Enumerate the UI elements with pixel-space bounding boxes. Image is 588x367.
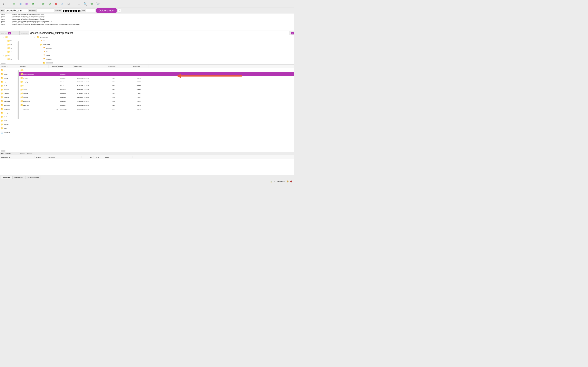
table-row[interactable]: 📁et-cacheDirectory11/05/2021 21:06:20075… [19,76,294,80]
list-item[interactable]: 📁Music [0,119,19,123]
remote-file-body[interactable]: 📁..📁plugins.deactivatedDirectory📁et-cach… [19,68,294,152]
toggle-queue-button[interactable]: ▦ [24,2,29,6]
table-row[interactable]: ▫index.php28PHP script01/08/2012 22:31:1… [19,107,294,111]
log-line: Status:Directory listing of "/geekto5k.c… [1,18,293,20]
tree-item[interactable]: ?cgi-bin [19,54,294,57]
table-row[interactable]: 📁plugins.deactivatedDirectory [19,72,294,76]
log-panel[interactable]: Status:Retrieving directory listing of "… [0,13,294,31]
tree-item[interactable]: 📁co [0,46,19,50]
tree-item[interactable]: ?.tmb [19,50,294,54]
tree-item[interactable]: 📁Vo [0,39,19,43]
local-tree[interactable]: ›📁📁Vo📁bin📁co📁de›📁etc📁ho [0,35,19,65]
toggle-local-tree-button[interactable]: ▥ [18,2,22,6]
remote-tree[interactable]: ⌄📁geekto5k.com?logs⌄📁public_html?.quaran… [19,35,294,65]
lock-icon[interactable]: 🔒 [270,181,272,182]
find-button[interactable]: 🔍 [83,2,87,6]
list-item[interactable]: 📁Movies [0,115,19,119]
table-row[interactable]: 📁updraftDirectory10/25/2021 11:21:060755… [19,88,294,92]
queue-col-status[interactable]: Status [104,156,132,158]
remote-col-owner[interactable]: Owner/Group [131,65,148,67]
list-item[interactable]: 📁Download [0,103,19,107]
quickconnect-button[interactable]: Quickconnect [96,8,117,13]
remote-path-input[interactable] [29,31,289,35]
list-item[interactable]: 📁.cups [0,80,19,84]
tree-item[interactable]: ⌄📁public_html [19,43,294,46]
remote-col-filename[interactable]: Filename [19,65,49,67]
list-item[interactable]: 📁Document [0,99,19,103]
binoculars-button[interactable]: 🔭 [96,2,100,6]
local-path-dropdown[interactable]: ▾ [8,32,11,34]
toggle-log-button[interactable]: ▤ [12,2,16,6]
tree-item[interactable]: ›📁etc [0,54,19,57]
reconnect-button[interactable]: ☑ [66,2,71,6]
tab-failed-transfers[interactable]: Failed transfers [13,176,25,179]
queue-header[interactable]: Server/Local file Direction Remote file … [0,155,294,159]
tree-item[interactable]: 📁de [0,50,19,54]
list-item[interactable]: 📁Public [0,126,19,130]
site-manager-button[interactable]: 🖥 [1,2,6,6]
tree-item[interactable]: 📁bin [0,43,19,46]
remote-file-header[interactable]: Filename Filesize Filetype Last modified… [19,65,294,68]
local-file-list[interactable]: Filename⌃ 📁..📁.Trash📁.config📁.cups📁.kind… [0,65,19,152]
table-row[interactable]: 📁mu-pluginsDirectory10/25/2021 12:52:520… [19,80,294,84]
tree-item[interactable]: ?logs [19,39,294,43]
remote-path-dropdown[interactable]: ▾ [291,32,294,34]
list-item[interactable]: 📁.kindle [0,84,19,88]
remote-col-modified[interactable]: Last modified [73,65,107,67]
remote-file-list[interactable]: Filename Filesize Filetype Last modified… [19,65,294,152]
list-item[interactable]: 📄CFUserTe [0,130,19,134]
list-item[interactable]: 📁.config [0,76,19,80]
password-input[interactable] [62,8,81,13]
tree-item[interactable]: ⌄📁geekto5k.com [19,35,294,39]
tree-item[interactable]: ?wp-admin [19,57,294,61]
list-item[interactable]: 📁Desktop [0,95,19,99]
scrollbar-horizontal[interactable] [1,63,6,64]
tab-successful-transfers[interactable]: Successful transfers [26,176,41,179]
remote-col-permissions[interactable]: Permissions⌃ [107,65,131,68]
queue-col-priority[interactable]: Priority [94,156,104,158]
queue-col-size[interactable]: Size [82,156,94,158]
scrollbar-vertical[interactable] [18,42,19,60]
port-input[interactable] [86,8,95,13]
queue-body[interactable] [0,159,294,175]
list-item[interactable]: 📁.Trash [0,72,19,76]
table-row[interactable]: 📁.. [19,68,294,72]
compare-button[interactable]: ⟲ [89,2,94,6]
list-item[interactable]: 📁Google Dr [0,107,19,111]
scrollbar-vertical[interactable] [18,70,19,119]
queue-col-direction[interactable]: Direction [35,156,47,158]
queue-col-serverlocal[interactable]: Server/Local file [0,156,35,158]
remote-col-filesize[interactable]: Filesize [49,65,58,67]
sync-browse-button[interactable]: ⇄ [31,2,35,6]
host-input[interactable] [5,8,28,13]
table-row[interactable]: 📁wphb-cacheDirectory02/01/2021 10:04:330… [19,99,294,103]
disconnect-button[interactable]: ⎋ [60,2,65,6]
table-row[interactable]: 📁upgradeDirectory11/05/2021 10:20:250755… [19,92,294,95]
quickconnect-dropdown[interactable]: ▾ [118,8,121,12]
list-item[interactable]: 📁Library [0,111,19,115]
list-item[interactable]: 📁Pictures [0,123,19,126]
gear-icon[interactable]: ⚙ [274,181,275,182]
local-file-header[interactable]: Filename⌃ [0,65,19,68]
queue-col-remotefile[interactable]: Remote file [47,156,82,158]
username-input[interactable] [36,8,54,13]
server-status-button[interactable]: ☰ [77,2,81,6]
tree-item[interactable]: ?.quarantine [19,46,294,50]
local-col-filename[interactable]: Filename⌃ [0,65,19,68]
table-row[interactable]: 📁themesDirectory11/05/2021 10:20:2507557… [19,84,294,88]
list-item[interactable]: 📁Applicatio [0,88,19,92]
process-button[interactable]: ⚙ [47,2,52,6]
table-row[interactable]: 📁uploadsDirectory10/25/2021 14:24:020755… [19,95,294,99]
remote-col-filetype[interactable]: Filetype [58,65,73,67]
list-item[interactable]: 📁Creative C [0,92,19,95]
local-file-body[interactable]: 📁..📁.Trash📁.config📁.cups📁.kindle📁Applica… [0,68,19,152]
tree-item[interactable]: 📁ho [0,57,19,61]
tree-item[interactable]: ›📁 [0,35,19,39]
table-row[interactable]: 📁wphb-logsDirectory02/01/2021 08:48:2807… [19,103,294,107]
cancel-button[interactable]: ✖ [54,2,58,6]
scrollbar-horizontal[interactable] [1,150,6,152]
refresh-button[interactable]: ⟳ [41,2,45,6]
list-item[interactable]: 📁.. [0,68,19,72]
tab-queued-files[interactable]: Queued files [1,176,12,179]
tree-item[interactable]: ›📁wp-content [19,61,294,65]
